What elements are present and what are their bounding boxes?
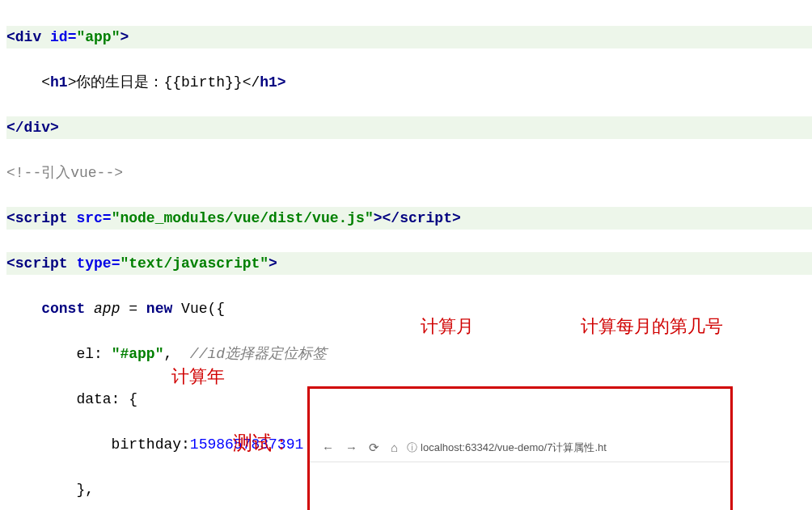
reload-icon[interactable]: ⟳ [369,436,379,459]
code-block: <div id="app"> <h1>你的生日是：{{birth}}</h1> … [0,0,812,510]
code-line: el: "#app", //id选择器定位标签 [6,343,812,365]
annotation-test: 测试： [233,432,291,454]
annotation-year: 计算年 [171,365,225,388]
code-line: <h1>你的生日是：{{birth}}</h1> [6,71,812,94]
home-icon[interactable]: ⌂ [391,436,398,459]
browser-preview: ← → ⟳ ⌂ ⓘlocalhost:63342/vue-demo/7计算属性.… [307,386,733,510]
info-icon: ⓘ [407,441,417,453]
code-line: </div> [6,116,812,139]
browser-toolbar: ← → ⟳ ⌂ ⓘlocalhost:63342/vue-demo/7计算属性.… [310,434,730,462]
annotation-month: 计算月 [421,315,474,338]
forward-icon[interactable]: → [345,436,357,459]
back-icon[interactable]: ← [322,436,334,459]
code-line: <script src="node_modules/vue/dist/vue.j… [6,207,812,230]
code-line: <!--引入vue--> [6,162,812,184]
annotation-day: 计算每月的第几号 [581,315,723,338]
code-line: <div id="app"> [6,26,812,48]
code-line: <script type="text/javascript"> [6,252,812,275]
address-bar[interactable]: ⓘlocalhost:63342/vue-demo/7计算属性.ht [407,436,607,459]
